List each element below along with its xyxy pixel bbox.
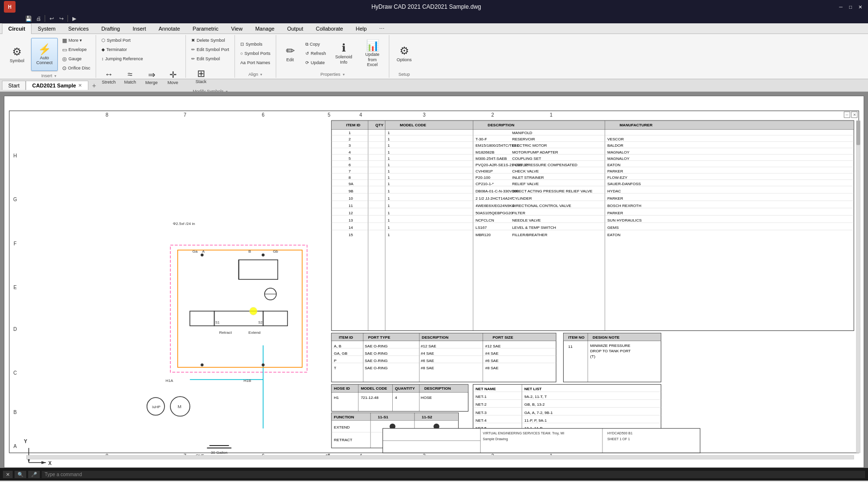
- maximize-button[interactable]: □: [847, 3, 854, 11]
- print-qat-button[interactable]: 🖨: [34, 14, 43, 23]
- svg-text:SAUER-DANFOSS: SAUER-DANFOSS: [607, 182, 641, 186]
- tab-help[interactable]: Help: [350, 23, 373, 34]
- svg-text:NET-1: NET-1: [475, 395, 486, 399]
- more-button[interactable]: ▦ More ▾: [60, 36, 93, 45]
- stretch-button[interactable]: ↔ Stretch: [99, 64, 118, 90]
- svg-text:MAGNALOY: MAGNALOY: [607, 150, 630, 155]
- svg-text:1: 1: [387, 169, 390, 173]
- svg-text:7: 7: [184, 112, 186, 118]
- properties-group-label: Properties ▾: [320, 72, 345, 77]
- options-button[interactable]: ⚙ Options: [392, 38, 417, 69]
- tab-circuit[interactable]: Circuit: [2, 23, 32, 34]
- svg-text:7: 7: [349, 169, 351, 173]
- svg-text:1: 1: [550, 112, 553, 118]
- undo-qat-button[interactable]: ↩: [47, 14, 56, 23]
- update-label: Update: [311, 60, 325, 65]
- svg-text:T-30-F: T-30-F: [475, 137, 487, 141]
- svg-text:1: 1: [387, 131, 390, 135]
- svg-text:3: 3: [349, 143, 351, 148]
- svg-text:2: 2: [349, 137, 351, 141]
- gauge-button[interactable]: ◎ Gauge: [60, 54, 93, 63]
- edit-properties-button[interactable]: ✏ Edit: [279, 38, 301, 69]
- tab-cad2021-sample[interactable]: CAD2021 Sample ✕: [26, 81, 88, 90]
- svg-text:S1: S1: [215, 321, 219, 324]
- save-qat-button[interactable]: 💾: [24, 14, 33, 23]
- delete-symbol-label: Delete Symbol: [197, 38, 225, 43]
- svg-text:MBR120: MBR120: [475, 233, 491, 237]
- move-button[interactable]: ✛ Move: [163, 64, 183, 90]
- tab-system[interactable]: System: [32, 23, 62, 34]
- port-names-button[interactable]: Aa Port Names: [238, 58, 273, 67]
- tab-cad-close-icon[interactable]: ✕: [78, 83, 82, 88]
- envelope-button[interactable]: ▭ Envelope: [60, 45, 93, 54]
- move-icon: ✛: [169, 69, 177, 80]
- symbols-align-button[interactable]: ⊡ Symbols: [238, 40, 265, 49]
- svg-text:MINIMIZE PRESSURE: MINIMIZE PRESSURE: [590, 344, 631, 348]
- terminator-button[interactable]: ◆ Terminator: [99, 45, 130, 54]
- drawing-area[interactable]: 8 7 6 5 4 3 2 1 H G F E D C B A H: [0, 92, 868, 468]
- svg-text:QUANTITY: QUANTITY: [395, 386, 416, 391]
- symbol-port-button[interactable]: ⬡ Symbol Port: [99, 36, 133, 45]
- svg-text:SAE O-RING: SAE O-RING: [365, 366, 387, 370]
- svg-text:#8 SAE: #8 SAE: [421, 366, 434, 370]
- tab-services[interactable]: Services: [62, 23, 95, 34]
- svg-text:8: 8: [349, 175, 351, 180]
- svg-text:MOTOR/PUMP ADAPTER: MOTOR/PUMP ADAPTER: [512, 150, 558, 155]
- svg-text:GA, GB: GA, GB: [334, 351, 348, 356]
- svg-text:#6 SAE: #6 SAE: [485, 359, 499, 363]
- command-input[interactable]: [42, 471, 865, 478]
- match-button[interactable]: ≈ Match: [120, 64, 140, 90]
- svg-text:1: 1: [387, 143, 390, 148]
- tab-annotate[interactable]: Annotate: [152, 23, 186, 34]
- svg-text:B: B: [14, 410, 17, 415]
- symbol-button[interactable]: ⚙ Symbol: [5, 38, 29, 71]
- minimize-button[interactable]: ─: [837, 3, 845, 11]
- svg-text:BALDOR: BALDOR: [607, 143, 623, 148]
- tab-add-button[interactable]: +: [88, 80, 100, 91]
- update-button[interactable]: ⟳ Update: [303, 58, 329, 67]
- cmd-search-button[interactable]: 🔍: [15, 471, 26, 478]
- tab-start[interactable]: Start: [2, 81, 26, 90]
- redo-qat-button[interactable]: ↪: [57, 14, 66, 23]
- delete-symbol-button[interactable]: ✖ Delete Symbol: [189, 36, 228, 45]
- svg-text:9A: 9A: [349, 182, 353, 186]
- insert-group-label: Insert ▾: [41, 73, 56, 78]
- refresh-button[interactable]: ↺ Refresh: [303, 49, 329, 58]
- jumping-reference-button[interactable]: ↕ Jumping Reference: [99, 54, 146, 63]
- edit-symbol-port-button[interactable]: ✏ Edit Symbol Port: [189, 45, 232, 54]
- svg-text:H1: H1: [334, 396, 339, 400]
- update-from-excel-button[interactable]: 📊 Update fromExcel: [359, 38, 386, 69]
- cmd-voice-button[interactable]: 🎤: [28, 471, 40, 478]
- run-qat-button[interactable]: ▶: [70, 14, 79, 23]
- svg-text:DROP TO TANK PORT: DROP TO TANK PORT: [590, 349, 631, 353]
- svg-text:#12 SAE: #12 SAE: [485, 344, 501, 348]
- svg-text:Extend: Extend: [249, 330, 261, 335]
- symbol-port-label: Symbol Port: [107, 38, 131, 43]
- symbol-ports-align-button[interactable]: ○ Symbol Ports: [238, 49, 273, 58]
- stack-button[interactable]: ⊞ Stack: [189, 64, 213, 88]
- orifice-disc-button[interactable]: ⊙ Orifice Disc: [60, 64, 93, 72]
- tab-view[interactable]: View: [225, 23, 249, 34]
- tab-more[interactable]: ⋯: [373, 23, 391, 34]
- solenoid-info-button[interactable]: ℹ SolenoidInfo: [331, 38, 357, 69]
- tab-parametric[interactable]: Parametric: [186, 23, 225, 34]
- edit-symbol-button[interactable]: ✏ Edit Symbol: [189, 54, 222, 63]
- stretch-label: Stretch: [102, 80, 116, 85]
- ribbon-group-align: ⊡ Symbols ○ Symbol Ports Aa Port Names A…: [235, 35, 276, 78]
- cmd-close-button[interactable]: ✕: [3, 471, 13, 478]
- svg-text:SAE O-RING: SAE O-RING: [365, 344, 387, 348]
- close-button[interactable]: ✕: [856, 3, 864, 11]
- port-names-icon: Aa: [240, 60, 246, 65]
- tab-manage[interactable]: Manage: [249, 23, 281, 34]
- tab-collaborate[interactable]: Collaborate: [309, 23, 349, 34]
- auto-connect-label: AutoConnect: [36, 56, 53, 66]
- edit-properties-icon: ✏: [286, 45, 295, 57]
- copy-properties-button[interactable]: ⧉ Copy: [303, 40, 329, 49]
- qat-separator2: [67, 15, 68, 22]
- tab-drafting[interactable]: Drafting: [95, 23, 127, 34]
- merge-button[interactable]: ⇒ Merge: [142, 64, 161, 90]
- svg-text:4: 4: [349, 150, 351, 155]
- auto-connect-button[interactable]: ⚡ AutoConnect: [31, 38, 58, 71]
- tab-output[interactable]: Output: [281, 23, 309, 34]
- tab-insert[interactable]: Insert: [126, 23, 152, 34]
